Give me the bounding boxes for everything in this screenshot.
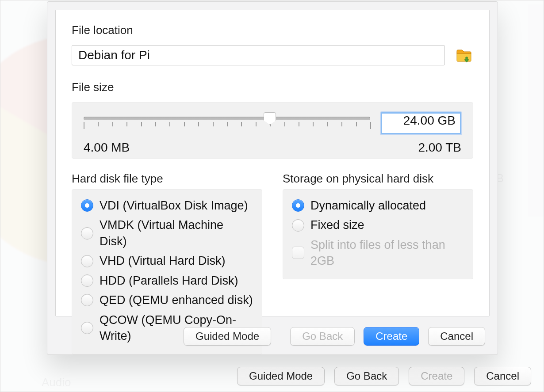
file-type-option-0[interactable]: VDI (VirtualBox Disk Image) bbox=[78, 196, 256, 215]
file-type-radio-1[interactable] bbox=[81, 227, 93, 240]
file-location-row bbox=[72, 45, 473, 65]
file-type-radio-3[interactable] bbox=[81, 274, 93, 287]
storage-option-1[interactable]: Fixed size bbox=[289, 215, 467, 235]
file-type-radio-0[interactable] bbox=[81, 199, 93, 212]
file-location-input[interactable] bbox=[72, 45, 445, 65]
file-type-label: Hard disk file type bbox=[72, 172, 262, 186]
storage-label: Storage on physical hard disk bbox=[283, 172, 473, 186]
file-type-radio-4[interactable] bbox=[81, 294, 93, 306]
back-cancel-button[interactable]: Cancel bbox=[474, 367, 531, 385]
back-go-back-button[interactable]: Go Back bbox=[334, 367, 399, 385]
create-disk-dialog: File location File size bbox=[47, 1, 498, 355]
storage-label-0: Dynamically allocated bbox=[310, 198, 426, 213]
file-type-radio-2[interactable] bbox=[81, 255, 93, 267]
file-size-label: File size bbox=[72, 80, 473, 94]
browse-folder-button[interactable] bbox=[455, 46, 473, 65]
slider-ticks bbox=[84, 122, 370, 130]
split-files-checkbox bbox=[292, 247, 304, 259]
go-back-button[interactable]: Go Back bbox=[290, 327, 355, 346]
file-type-label-1: VMDK (Virtual Machine Disk) bbox=[100, 217, 253, 249]
file-type-option-3[interactable]: HDD (Parallels Hard Disk) bbox=[78, 271, 256, 290]
split-files-label: Split into files of less than 2GB bbox=[310, 237, 464, 269]
create-button[interactable]: Create bbox=[364, 327, 419, 346]
file-size-input[interactable]: 24.00 GB bbox=[381, 112, 461, 134]
file-type-label-0: VDI (VirtualBox Disk Image) bbox=[100, 198, 248, 213]
back-guided-mode-button[interactable]: Guided Mode bbox=[237, 367, 325, 385]
file-type-label-4: QED (QEMU enhanced disk) bbox=[100, 292, 253, 308]
guided-mode-button[interactable]: Guided Mode bbox=[184, 327, 271, 346]
storage-label-1: Fixed size bbox=[310, 217, 364, 233]
dialog-footer: Guided Mode Go Back Create Cancel bbox=[47, 318, 498, 354]
file-size-slider[interactable] bbox=[84, 112, 370, 134]
parent-dialog-buttons: Guided Mode Go Back Create Cancel bbox=[0, 362, 544, 391]
file-type-option-1[interactable]: VMDK (Virtual Machine Disk) bbox=[78, 215, 256, 251]
file-size-section: File size 24.00 GB 4.00 MB 2.00 TB bbox=[72, 80, 473, 159]
folder-icon bbox=[456, 48, 472, 62]
back-create-button[interactable]: Create bbox=[409, 367, 464, 385]
cancel-button[interactable]: Cancel bbox=[428, 327, 485, 346]
storage-radio-1[interactable] bbox=[292, 219, 304, 232]
storage-group: Dynamically allocatedFixed size Split in… bbox=[283, 189, 473, 279]
size-min-label: 4.00 MB bbox=[84, 141, 130, 155]
slider-track bbox=[84, 117, 370, 120]
split-files-checkbox-row: Split into files of less than 2GB bbox=[289, 235, 467, 271]
dialog-body: File location File size bbox=[55, 10, 490, 316]
file-size-group: 24.00 GB 4.00 MB 2.00 TB bbox=[72, 102, 473, 159]
file-type-option-4[interactable]: QED (QEMU enhanced disk) bbox=[78, 290, 256, 310]
file-location-label: File location bbox=[72, 23, 473, 37]
slider-range-labels: 4.00 MB 2.00 TB bbox=[84, 141, 461, 155]
size-max-label: 2.00 TB bbox=[418, 141, 461, 155]
file-type-option-2[interactable]: VHD (Virtual Hard Disk) bbox=[78, 251, 256, 270]
storage-option-0[interactable]: Dynamically allocated bbox=[289, 196, 467, 215]
storage-radio-0[interactable] bbox=[292, 199, 304, 212]
file-type-label-3: HDD (Parallels Hard Disk) bbox=[100, 273, 238, 289]
file-type-label-2: VHD (Virtual Hard Disk) bbox=[100, 253, 226, 269]
